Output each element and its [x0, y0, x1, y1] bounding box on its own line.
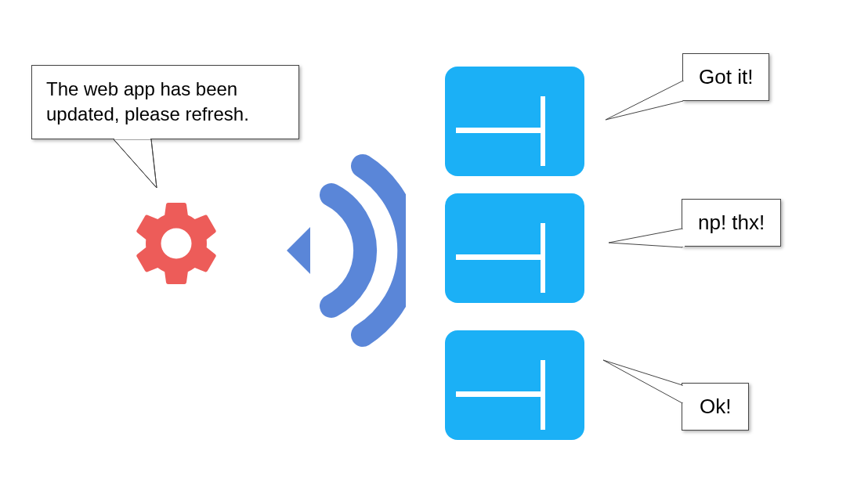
reply-bubble-1-text: Got it!	[699, 65, 753, 88]
svg-marker-11	[606, 81, 683, 120]
svg-rect-15	[456, 223, 541, 254]
svg-rect-21	[682, 229, 685, 247]
svg-rect-25	[456, 397, 541, 430]
svg-rect-12	[682, 81, 685, 100]
reply-bubble-3: Ok!	[682, 383, 749, 431]
svg-rect-9	[456, 128, 541, 133]
reply-bubble-2-text: np! thx!	[698, 211, 765, 234]
svg-rect-6	[456, 96, 541, 128]
gear-icon	[125, 193, 227, 294]
svg-marker-1	[114, 138, 150, 139]
svg-rect-17	[545, 223, 573, 293]
reply-bubble-1: Got it!	[682, 53, 769, 101]
svg-rect-16	[456, 260, 541, 293]
svg-rect-27	[456, 391, 541, 397]
svg-rect-8	[545, 96, 573, 166]
main-speech-bubble-tail	[114, 139, 168, 190]
reply-bubble-2: np! thx!	[682, 199, 781, 247]
reply-bubble-1-tail	[606, 81, 684, 128]
svg-marker-20	[609, 229, 682, 247]
reply-bubble-3-tail	[603, 360, 683, 407]
svg-rect-19	[541, 223, 545, 293]
main-speech-bubble-text: The web app has been updated, please ref…	[46, 78, 249, 124]
broadcast-icon	[257, 149, 406, 352]
svg-rect-18	[456, 254, 541, 260]
webpage-icon	[445, 330, 584, 440]
webpage-icon	[445, 193, 584, 303]
reply-bubble-2-tail	[609, 229, 683, 268]
svg-rect-26	[545, 360, 573, 430]
svg-rect-28	[541, 360, 545, 430]
svg-rect-30	[682, 386, 685, 402]
svg-rect-7	[456, 133, 541, 166]
webpage-icon	[445, 67, 584, 176]
reply-bubble-3-text: Ok!	[700, 395, 731, 418]
main-speech-bubble: The web app has been updated, please ref…	[31, 65, 299, 139]
svg-marker-29	[603, 360, 682, 403]
svg-rect-24	[456, 360, 541, 391]
svg-rect-10	[541, 96, 545, 166]
